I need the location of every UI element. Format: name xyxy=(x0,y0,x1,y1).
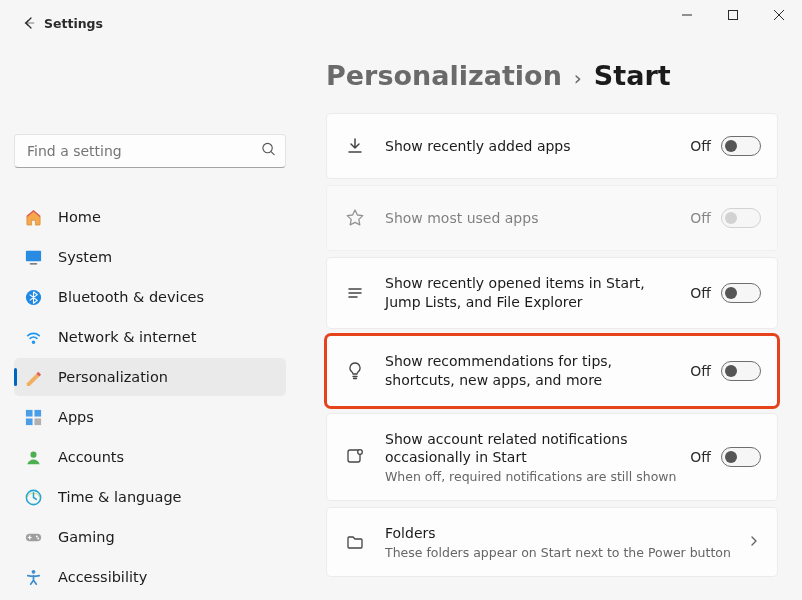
window-title: Settings xyxy=(44,16,103,31)
titlebar: Settings xyxy=(0,0,802,46)
list-icon xyxy=(339,277,371,309)
system-icon xyxy=(22,246,44,268)
sidebar-item-accessibility[interactable]: Accessibility xyxy=(14,558,286,596)
sidebar: Home System Bluetooth & devices Network … xyxy=(0,46,300,600)
card-recent-items[interactable]: Show recently opened items in Start, Jum… xyxy=(326,257,778,329)
sidebar-item-apps[interactable]: Apps xyxy=(14,398,286,436)
svg-point-1 xyxy=(263,143,272,152)
card-title: Show recently added apps xyxy=(385,137,680,156)
sidebar-item-system[interactable]: System xyxy=(14,238,286,276)
card-folders[interactable]: Folders These folders appear on Start ne… xyxy=(326,507,778,577)
accounts-icon xyxy=(22,446,44,468)
svg-rect-3 xyxy=(29,263,37,264)
chevron-right-icon xyxy=(747,533,761,552)
card-title: Show most used apps xyxy=(385,209,680,228)
card-title: Show account related notifications occas… xyxy=(385,430,680,468)
bluetooth-icon xyxy=(22,286,44,308)
sidebar-item-time-language[interactable]: Time & language xyxy=(14,478,286,516)
window-controls xyxy=(664,0,802,30)
sidebar-item-label: Personalization xyxy=(58,369,168,385)
card-account-notifications[interactable]: Show account related notifications occas… xyxy=(326,413,778,502)
toggle-state-label: Off xyxy=(690,210,711,226)
svg-rect-8 xyxy=(34,418,41,425)
card-recommendations[interactable]: Show recommendations for tips, shortcuts… xyxy=(326,335,778,407)
card-title: Show recommendations for tips, shortcuts… xyxy=(385,352,680,390)
sidebar-item-accounts[interactable]: Accounts xyxy=(14,438,286,476)
svg-point-12 xyxy=(35,535,37,537)
sidebar-item-label: Accessibility xyxy=(58,569,147,585)
settings-card-list: Show recently added apps Off Show most u… xyxy=(326,113,778,577)
breadcrumb-parent[interactable]: Personalization xyxy=(326,60,562,91)
star-icon xyxy=(339,202,371,234)
sidebar-item-label: Bluetooth & devices xyxy=(58,289,204,305)
toggle-switch[interactable] xyxy=(721,361,761,381)
card-title: Show recently opened items in Start, Jum… xyxy=(385,274,680,312)
sidebar-item-home[interactable]: Home xyxy=(14,198,286,236)
toggle-switch[interactable] xyxy=(721,447,761,467)
start-notification-icon xyxy=(339,441,371,473)
sidebar-item-personalization[interactable]: Personalization xyxy=(14,358,286,396)
svg-rect-2 xyxy=(25,250,40,260)
toggle-switch[interactable] xyxy=(721,136,761,156)
sidebar-item-label: Home xyxy=(58,209,101,225)
sidebar-item-label: Gaming xyxy=(58,529,115,545)
close-button[interactable] xyxy=(756,0,802,30)
toggle-state-label: Off xyxy=(690,138,711,154)
search-input[interactable] xyxy=(14,134,286,168)
nav-list: Home System Bluetooth & devices Network … xyxy=(14,198,286,596)
toggle-state-label: Off xyxy=(690,449,711,465)
breadcrumb: Personalization › Start xyxy=(326,60,778,91)
folder-icon xyxy=(339,526,371,558)
svg-rect-0 xyxy=(729,11,738,20)
toggle-switch[interactable] xyxy=(721,283,761,303)
sidebar-item-label: Time & language xyxy=(58,489,182,505)
sidebar-item-bluetooth[interactable]: Bluetooth & devices xyxy=(14,278,286,316)
home-icon xyxy=(22,206,44,228)
main-content: Personalization › Start Show recently ad… xyxy=(300,46,802,600)
svg-point-13 xyxy=(37,537,39,539)
search-icon xyxy=(261,142,276,161)
sidebar-item-label: Apps xyxy=(58,409,94,425)
maximize-button[interactable] xyxy=(710,0,756,30)
sidebar-item-label: System xyxy=(58,249,112,265)
search-container xyxy=(14,134,286,168)
svg-rect-5 xyxy=(25,409,32,416)
download-icon xyxy=(339,130,371,162)
minimize-button[interactable] xyxy=(664,0,710,30)
card-subtitle: When off, required notifications are sti… xyxy=(385,469,680,484)
toggle-state-label: Off xyxy=(690,285,711,301)
apps-icon xyxy=(22,406,44,428)
chevron-right-icon: › xyxy=(574,66,582,90)
svg-point-9 xyxy=(30,451,36,457)
gaming-icon xyxy=(22,526,44,548)
sidebar-item-gaming[interactable]: Gaming xyxy=(14,518,286,556)
toggle-switch xyxy=(721,208,761,228)
card-title: Folders xyxy=(385,524,733,543)
svg-rect-7 xyxy=(25,418,32,425)
sidebar-item-label: Network & internet xyxy=(58,329,196,345)
breadcrumb-current: Start xyxy=(594,60,671,91)
svg-rect-6 xyxy=(34,409,41,416)
network-icon xyxy=(22,326,44,348)
card-subtitle: These folders appear on Start next to th… xyxy=(385,545,733,560)
card-most-used: Show most used apps Off xyxy=(326,185,778,251)
svg-point-16 xyxy=(358,450,363,455)
personalization-icon xyxy=(22,366,44,388)
card-recent-apps[interactable]: Show recently added apps Off xyxy=(326,113,778,179)
time-icon xyxy=(22,486,44,508)
accessibility-icon xyxy=(22,566,44,588)
sidebar-item-label: Accounts xyxy=(58,449,124,465)
toggle-state-label: Off xyxy=(690,363,711,379)
svg-point-14 xyxy=(31,569,35,573)
lightbulb-icon xyxy=(339,355,371,387)
sidebar-item-network[interactable]: Network & internet xyxy=(14,318,286,356)
